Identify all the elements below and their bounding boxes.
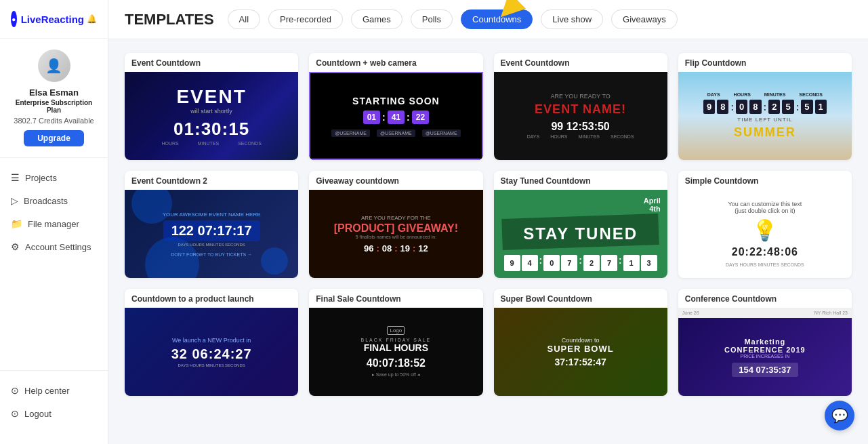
- sidebar-bottom: ⊙ Help center ⊙ Logout: [0, 370, 108, 433]
- sidebar-label-help: Help center: [24, 386, 69, 396]
- logo[interactable]: ● LiveReacting 🔔: [0, 11, 108, 39]
- template-final-sale[interactable]: Final Sale Countdown Logo BLACK FRIDAY S…: [309, 289, 482, 396]
- template-simple-countdown[interactable]: Simple Countdown You can customize this …: [678, 171, 852, 278]
- template-preview: YOUR AWESOME EVENT NAME HERE 122 07:17:1…: [125, 190, 298, 278]
- sidebar-item-logout[interactable]: ⊙ Logout: [0, 402, 108, 425]
- template-title: Event Countdown: [125, 53, 298, 72]
- help-icon: ⊙: [11, 385, 19, 396]
- chat-button[interactable]: 💬: [825, 401, 854, 430]
- template-preview: STAY TUNED April4th 94 : 07 : 27 : 13: [494, 190, 667, 278]
- profile-name: Elsa Esman: [29, 87, 79, 98]
- profile-credits: 3802.7 Credits Available: [14, 117, 94, 125]
- template-preview: You can customize this text(just double …: [678, 190, 852, 278]
- template-title: Final Sale Countdown: [309, 289, 482, 308]
- template-title: Flip Countdown: [678, 53, 852, 72]
- templates-grid: Event Countdown EVENT will start shortly…: [108, 39, 868, 444]
- page-title: TEMPLATES: [125, 11, 214, 28]
- sidebar-item-account-settings[interactable]: ⚙ Account Settings: [0, 235, 108, 258]
- filter-games[interactable]: Games: [351, 9, 402, 29]
- sidebar-item-broadcasts[interactable]: ▷ Broadcasts: [0, 189, 108, 212]
- template-giveaway-countdown[interactable]: Giveaway countdown ARE YOU READY FOR THE…: [309, 171, 482, 278]
- avatar: 👤: [38, 49, 70, 82]
- template-event-countdown[interactable]: Event Countdown EVENT will start shortly…: [125, 53, 298, 160]
- template-conference[interactable]: Conference Countdown June 26NY Rich Hall…: [678, 289, 852, 396]
- filter-giveaways[interactable]: Giveaways: [611, 9, 678, 29]
- filter-prerecorded[interactable]: Pre-recorded: [268, 9, 343, 29]
- sidebar-nav: ☰ Projects ▷ Broadcasts 📁 File manager ⚙…: [0, 158, 108, 370]
- filter-live-show[interactable]: Live show: [541, 9, 603, 29]
- template-title: Super Bowl Countdown: [494, 289, 667, 308]
- sidebar-label-broadcasts: Broadcasts: [24, 196, 68, 206]
- filter-all[interactable]: All: [228, 9, 260, 29]
- template-preview: EVENT will start shortly 01:30:15 HOURSM…: [125, 72, 298, 160]
- sidebar: ● LiveReacting 🔔 👤 Elsa Esman Enterprise…: [0, 0, 108, 444]
- profile-section: 👤 Elsa Esman Enterprise Subscription Pla…: [0, 39, 108, 158]
- template-preview: Logo BLACK FRIDAY SALE FINAL HOURS 40:07…: [309, 308, 482, 396]
- template-title: Event Countdown: [494, 53, 667, 72]
- sidebar-item-help[interactable]: ⊙ Help center: [0, 379, 108, 402]
- main-content: TEMPLATES All Pre-recorded Games Polls C…: [108, 0, 868, 444]
- template-preview: ARE YOU READY FOR THE [PRODUCT] GIVEAWAY…: [309, 190, 482, 278]
- sidebar-label-logout: Logout: [24, 409, 51, 419]
- arrow-container: Countdowns: [461, 9, 533, 29]
- upgrade-button[interactable]: Upgrade: [24, 130, 84, 146]
- logo-icon: ●: [11, 11, 17, 27]
- play-icon: ▷: [11, 195, 18, 206]
- template-title: Conference Countdown: [678, 289, 852, 308]
- template-preview: ARE YOU READY TO EVENT NAME! 99 12:53:50…: [494, 72, 667, 160]
- template-title: Stay Tuned Countdown: [494, 171, 667, 190]
- template-flip-countdown[interactable]: Flip Countdown DAYSHOURSMINUTESSECONDS 9…: [678, 53, 852, 160]
- template-title: Simple Countdown: [678, 171, 852, 190]
- menu-icon: ☰: [11, 172, 20, 183]
- template-event-countdown-2[interactable]: Event Countdown 2 YOUR AWESOME EVENT NAM…: [125, 171, 298, 278]
- template-stay-tuned[interactable]: Stay Tuned Countdown STAY TUNED April4th…: [494, 171, 667, 278]
- template-super-bowl[interactable]: Super Bowl Countdown Countdown to SUPER …: [494, 289, 667, 396]
- sidebar-item-projects[interactable]: ☰ Projects: [0, 166, 108, 189]
- bell-icon: 🔔: [87, 14, 97, 24]
- logo-text: LiveReacting: [21, 14, 84, 25]
- sidebar-label-account-settings: Account Settings: [25, 242, 91, 252]
- sidebar-label-projects: Projects: [25, 173, 57, 183]
- folder-icon: 📁: [11, 218, 22, 229]
- template-title: Event Countdown 2: [125, 171, 298, 190]
- template-event-countdown-red[interactable]: Event Countdown ARE YOU READY TO EVENT N…: [494, 53, 667, 160]
- template-webcam-countdown[interactable]: Countdown + web camera STARTING SOON 01 …: [309, 53, 482, 160]
- sidebar-item-file-manager[interactable]: 📁 File manager: [0, 212, 108, 235]
- filter-countdowns[interactable]: Countdowns: [461, 9, 533, 29]
- template-title: Giveaway countdown: [309, 171, 482, 190]
- header: TEMPLATES All Pre-recorded Games Polls C…: [108, 0, 868, 39]
- gear-icon: ⚙: [11, 241, 20, 252]
- template-product-launch[interactable]: Countdown to a product launch We launch …: [125, 289, 298, 396]
- template-title: Countdown to a product launch: [125, 289, 298, 308]
- template-preview: STARTING SOON 01 : 41 : 22 @USERNAME @US…: [309, 72, 482, 160]
- template-title: Countdown + web camera: [309, 53, 482, 72]
- template-preview: June 26NY Rich Hall 23 MarketingCONFEREN…: [678, 308, 852, 396]
- sidebar-label-file-manager: File manager: [28, 219, 79, 229]
- template-preview: DAYSHOURSMINUTESSECONDS 98 : 08 : 25 : 5…: [678, 72, 852, 160]
- template-preview: Countdown to SUPER BOWL 37:17:52:47: [494, 308, 667, 396]
- profile-plan: Enterprise Subscription Plan: [11, 99, 97, 114]
- logout-icon: ⊙: [11, 408, 19, 419]
- template-preview: We launch a NEW Product in 32 06:24:27 D…: [125, 308, 298, 396]
- filter-polls[interactable]: Polls: [411, 9, 453, 29]
